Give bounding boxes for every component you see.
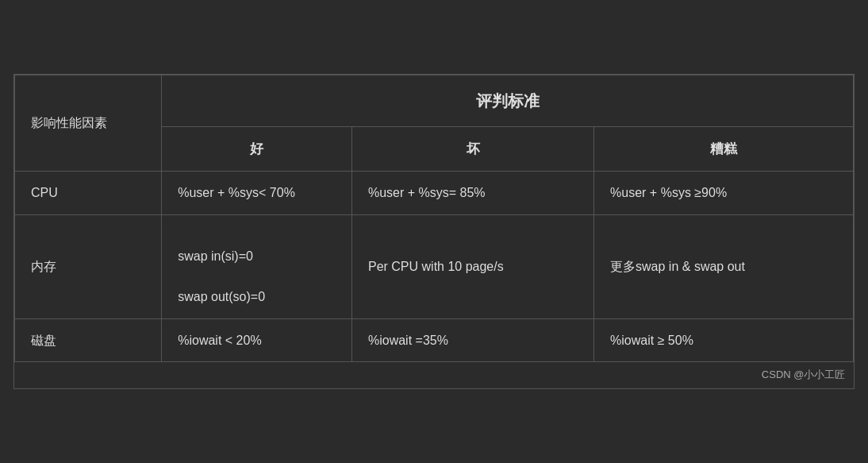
performance-table-wrapper: 影响性能因素 评判标准 好 坏 糟糕 CPU <box>13 74 855 390</box>
ugly-header: 糟糕 <box>594 126 854 171</box>
footer-row: CSDN @小小工匠 <box>15 362 854 388</box>
factor-memory: 内存 <box>15 214 162 318</box>
factor-disk: 磁盘 <box>15 318 162 362</box>
good-header: 好 <box>162 126 352 171</box>
table-row: 磁盘 %iowait < 20% %iowait =35% %iowait ≥ … <box>15 318 854 362</box>
table-row: 内存 swap in(si)=0 swap out(so)=0 Per CPU … <box>15 214 854 318</box>
cpu-ugly: %user + %sys ≥90% <box>594 171 854 214</box>
memory-bad: Per CPU with 10 page/s <box>351 214 593 318</box>
disk-ugly: %iowait ≥ 50% <box>594 318 854 362</box>
cpu-good: %user + %sys< 70% <box>162 171 352 214</box>
table-row: CPU %user + %sys< 70% %user + %sys= 85% … <box>15 171 854 214</box>
criteria-main-header: 评判标准 <box>162 75 854 126</box>
disk-good: %iowait < 20% <box>162 318 352 362</box>
footer-text: CSDN @小小工匠 <box>15 362 854 388</box>
disk-bad: %iowait =35% <box>351 318 593 362</box>
performance-criteria-table: 影响性能因素 评判标准 好 坏 糟糕 CPU <box>14 75 854 389</box>
factor-cpu: CPU <box>15 171 162 214</box>
bad-header: 坏 <box>351 126 593 171</box>
cpu-bad: %user + %sys= 85% <box>351 171 593 214</box>
factor-header: 影响性能因素 <box>15 75 162 171</box>
memory-ugly: 更多swap in & swap out <box>594 214 854 318</box>
memory-good: swap in(si)=0 swap out(so)=0 <box>162 214 352 318</box>
